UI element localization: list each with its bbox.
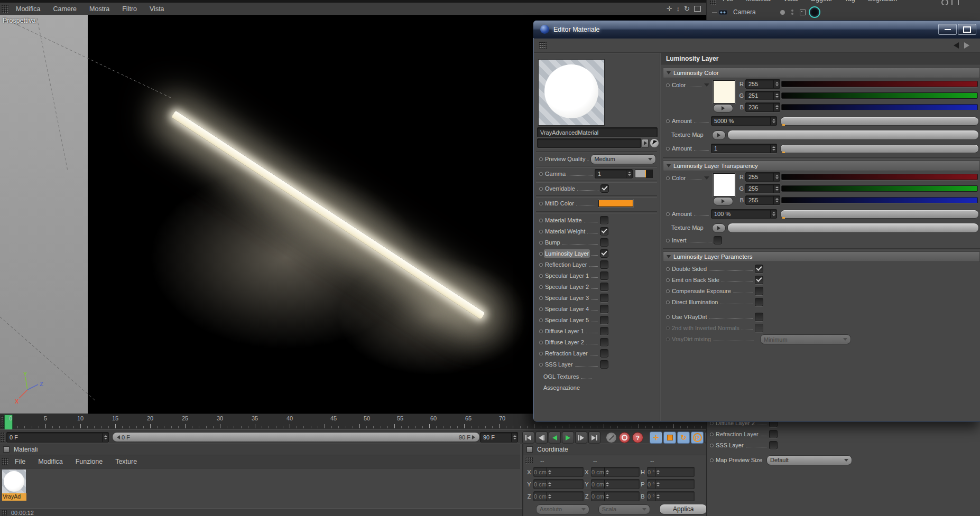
viewport-maximize-icon[interactable] <box>694 6 701 12</box>
end-frame-stepper[interactable] <box>511 433 517 442</box>
channel-label[interactable]: Diffuse Layer 2 <box>545 339 584 345</box>
compensate-exposure-checkbox[interactable] <box>755 287 763 295</box>
coord-z-size-field[interactable]: 0 cm <box>591 491 640 501</box>
transparency-amount-field[interactable]: 100 % <box>711 209 777 219</box>
channel-checkbox[interactable] <box>600 316 608 324</box>
coord-z-position-field[interactable]: 0 cm <box>533 491 584 501</box>
coord-x-size-field[interactable]: 0 cm <box>591 467 640 477</box>
framerow-grip[interactable] <box>1 433 5 442</box>
previous-key-button[interactable] <box>535 431 548 444</box>
nav-forward-icon[interactable] <box>964 42 969 49</box>
r-gradient-slider[interactable] <box>781 174 978 180</box>
luminosity-amount-slider[interactable] <box>780 117 979 126</box>
param-dot[interactable] <box>666 239 670 242</box>
channel-label[interactable]: Material Weight <box>545 228 585 234</box>
r-gradient-slider[interactable] <box>781 81 978 87</box>
mtlid-color-swatch[interactable] <box>598 200 633 207</box>
bg-channel-checkbox[interactable] <box>769 430 778 438</box>
om-menu-segnalibri[interactable]: Segnalibri <box>868 0 898 3</box>
channel-checkbox[interactable] <box>600 249 608 258</box>
statusbar-grip[interactable] <box>2 510 7 515</box>
channel-checkbox[interactable] <box>600 294 608 302</box>
editor-dot[interactable] <box>791 10 793 12</box>
invert-checkbox[interactable] <box>714 236 722 245</box>
channel-checkbox[interactable] <box>600 338 608 346</box>
active-camera-icon[interactable] <box>810 7 819 17</box>
materials-panel-titlebar[interactable]: Materiali <box>0 444 520 455</box>
lum-b-field[interactable]: 236 <box>745 102 780 112</box>
param-dot[interactable] <box>666 83 670 87</box>
om-menu-vista[interactable]: Vista <box>783 0 798 3</box>
minimize-button[interactable] <box>938 24 957 35</box>
param-dot[interactable] <box>710 433 714 436</box>
record-keyframe-button[interactable] <box>619 432 630 443</box>
param-dot[interactable] <box>666 212 670 216</box>
go-to-start-button[interactable] <box>522 431 534 444</box>
object-row-camera[interactable]: Camera <box>709 6 978 18</box>
materials-menu-file[interactable]: File <box>15 458 25 465</box>
channel-checkbox[interactable] <box>600 260 608 269</box>
viewport-rotate-icon[interactable]: ↻ <box>684 5 690 13</box>
coord-p-rotation-field[interactable]: 0 ° <box>647 479 695 489</box>
om-search-icon[interactable] <box>941 0 948 5</box>
material-swatch[interactable]: VrayAd <box>2 470 26 501</box>
overridable-checkbox[interactable] <box>600 184 609 193</box>
b-gradient-slider[interactable] <box>781 197 978 203</box>
param-dot[interactable] <box>539 341 543 344</box>
g-gradient-slider[interactable] <box>781 92 978 99</box>
channel-checkbox[interactable] <box>600 327 608 335</box>
double-sided-checkbox[interactable] <box>755 265 763 273</box>
menubar-grip[interactable] <box>2 5 8 13</box>
param-dot[interactable] <box>666 119 670 123</box>
coord-h-rotation-field[interactable]: 0 ° <box>647 467 695 477</box>
viewport-name-label[interactable]: Prospettiva <box>3 17 36 24</box>
section-parameters[interactable]: Luminosity Layer Parameters <box>663 251 980 262</box>
param-dot[interactable] <box>539 230 543 233</box>
trans-b-field[interactable]: 255 <box>745 195 780 205</box>
param-dot[interactable] <box>539 252 543 256</box>
color-options-triangle[interactable] <box>704 83 709 87</box>
viewport-pan-icon[interactable]: ✛ <box>667 5 672 13</box>
luminosity-texture-field[interactable] <box>727 130 979 140</box>
pick-material-icon[interactable] <box>650 139 659 147</box>
bg-channel-label[interactable]: SSS Layer <box>716 442 744 448</box>
param-dot[interactable] <box>666 301 670 304</box>
param-dot[interactable] <box>539 202 543 205</box>
param-dot[interactable] <box>539 172 543 176</box>
om-menu-file[interactable]: File <box>723 0 733 3</box>
search-expand-button[interactable] <box>642 139 649 148</box>
ogl-textures-link[interactable]: OGL Textures <box>543 373 579 380</box>
color-expand-button[interactable] <box>713 197 733 205</box>
texture-expand-button[interactable] <box>712 223 726 233</box>
coord-x-position-field[interactable]: 0 cm <box>533 467 584 477</box>
param-dot[interactable] <box>666 267 670 271</box>
render-dot[interactable] <box>791 13 793 15</box>
trans-g-field[interactable]: 255 <box>745 184 780 193</box>
luminosity-amount-field[interactable]: 5000 % <box>711 116 777 126</box>
play-backwards-button[interactable] <box>549 431 561 444</box>
param-dot[interactable] <box>539 363 543 367</box>
menu-vista[interactable]: Vista <box>150 5 164 13</box>
param-dot[interactable] <box>710 444 714 447</box>
bg-channel-checkbox[interactable] <box>769 441 778 449</box>
om-menu-grip[interactable] <box>710 0 716 5</box>
section-transparency[interactable]: Luminosity Layer Transparency <box>663 161 980 171</box>
direct-illumination-checkbox[interactable] <box>755 298 763 306</box>
use-vraydirt-checkbox[interactable] <box>755 313 763 321</box>
map-preview-size-dropdown[interactable]: Default <box>766 455 852 465</box>
trans-r-field[interactable]: 255 <box>745 172 780 182</box>
channel-label[interactable]: Reflection Layer <box>545 261 587 268</box>
param-dot[interactable] <box>539 307 543 311</box>
g-gradient-slider[interactable] <box>781 185 978 192</box>
channel-checkbox[interactable] <box>600 360 608 369</box>
material-search-field[interactable] <box>537 138 641 148</box>
texture-expand-button[interactable] <box>712 130 726 140</box>
transparency-color-swatch[interactable] <box>713 173 735 196</box>
key-position-button[interactable]: ✛ <box>650 431 662 444</box>
param-dot[interactable] <box>666 278 670 282</box>
materials-menu-funzione[interactable]: Funzione <box>76 458 103 465</box>
materials-menu-texture[interactable]: Texture <box>115 458 137 465</box>
param-dot[interactable] <box>539 157 543 161</box>
coord-scale-dropdown[interactable]: Scala <box>598 504 651 514</box>
window-titlebar[interactable]: Editor Materiale <box>533 21 980 38</box>
